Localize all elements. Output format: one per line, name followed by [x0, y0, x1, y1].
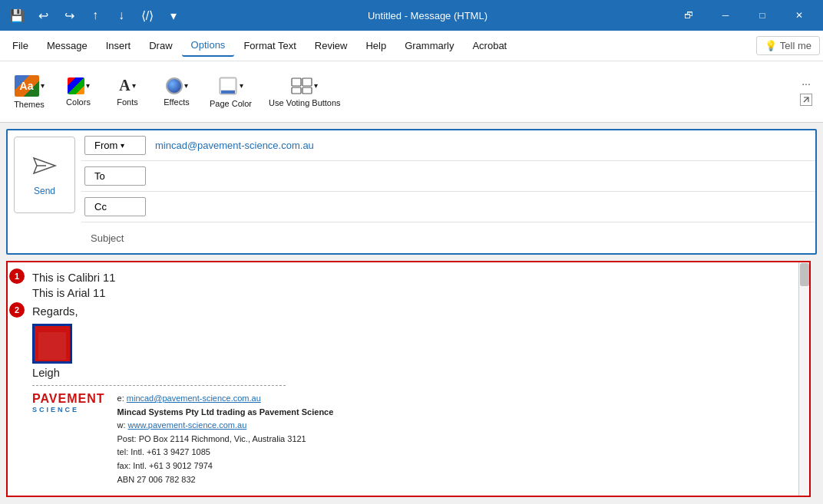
- themes-label: Themes: [14, 100, 45, 109]
- page-color-icon: [218, 76, 238, 96]
- ribbon-more-button[interactable]: ···: [795, 75, 817, 92]
- colors-button[interactable]: ▾ Colors: [55, 66, 101, 118]
- ribbon-expand-button[interactable]: [800, 94, 812, 106]
- cc-value[interactable]: [149, 204, 815, 210]
- menu-help[interactable]: Help: [356, 35, 395, 56]
- fonts-icon: A: [119, 77, 130, 94]
- signature-info: e: mincad@pavement-science.com.au Mincad…: [117, 392, 334, 486]
- logo-text-top: PAVEMENT: [32, 392, 105, 406]
- menu-message[interactable]: Message: [38, 35, 97, 56]
- menu-acrobat[interactable]: Acrobat: [463, 35, 516, 56]
- undo-icon[interactable]: ↩: [32, 5, 54, 26]
- from-dropdown-arrow[interactable]: ▾: [121, 141, 124, 150]
- cc-button[interactable]: Cc: [84, 197, 146, 216]
- body-regards: Regards,: [32, 305, 797, 318]
- dropdown-icon[interactable]: ▾: [163, 5, 184, 26]
- subject-row: Subject: [81, 222, 815, 253]
- menu-grammarly[interactable]: Grammarly: [395, 35, 463, 56]
- format-icon[interactable]: ⟨/⟩: [137, 5, 158, 26]
- tell-me-label: Tell me: [780, 40, 811, 51]
- body-line-arial: This is Arial 11: [32, 287, 797, 299]
- menu-file[interactable]: File: [3, 35, 38, 56]
- menu-review[interactable]: Review: [306, 35, 357, 56]
- to-value[interactable]: [149, 173, 815, 180]
- colors-dropdown-arrow: ▾: [86, 81, 90, 90]
- to-row: To: [81, 161, 815, 192]
- voting-buttons-button[interactable]: ▾ Use Voting Buttons: [262, 66, 348, 118]
- scroll-bar[interactable]: [798, 262, 809, 496]
- tell-me-input[interactable]: 💡 Tell me: [756, 36, 820, 55]
- sig-business-name: Mincad Systems Pty Ltd trading as Paveme…: [117, 406, 334, 420]
- fonts-icon-area: A ▾: [119, 77, 135, 94]
- colors-label: Colors: [66, 97, 91, 107]
- email-body-container: 1 2 This is Calibri 11 This is Arial 11 …: [6, 261, 817, 497]
- pagecolor-dropdown-arrow: ▾: [240, 81, 243, 90]
- sig-website-label: w:: [117, 420, 126, 430]
- window-title: Untitled - Message (HTML): [184, 10, 671, 21]
- svg-rect-5: [292, 87, 301, 94]
- scroll-thumb[interactable]: [800, 263, 809, 286]
- redo-icon[interactable]: ↪: [58, 5, 80, 26]
- email-compose-area: Send From ▾ mincad@pavement-science.com.…: [6, 129, 817, 255]
- minimize-button[interactable]: ─: [708, 0, 743, 31]
- from-button[interactable]: From ▾: [84, 136, 146, 155]
- logo-text-bottom: SCIENCE: [32, 406, 79, 413]
- voting-dropdown-arrow: ▾: [314, 81, 318, 90]
- themes-icon-area: Aa ▾: [15, 75, 45, 97]
- page-color-icon-area: ▾: [218, 76, 243, 96]
- menu-draw[interactable]: Draw: [140, 35, 181, 56]
- fonts-button[interactable]: A ▾ Fonts: [104, 66, 150, 118]
- title-bar: 💾 ↩ ↪ ↑ ↓ ⟨/⟩ ▾ Untitled - Message (HTML…: [0, 0, 823, 31]
- menu-bar: File Message Insert Draw Options Format …: [0, 31, 823, 61]
- subject-value[interactable]: [143, 235, 815, 241]
- voting-buttons-icon-area: ▾: [291, 77, 318, 95]
- from-value[interactable]: mincad@pavement-science.com.au: [149, 137, 815, 154]
- ribbon: Aa ▾ Themes ▾ Colors A ▾ Fonts ▾ Effects: [0, 61, 823, 123]
- send-button[interactable]: Send: [14, 137, 75, 213]
- page-color-button[interactable]: ▾ Page Color: [203, 66, 259, 118]
- menu-options[interactable]: Options: [182, 35, 235, 57]
- body-line-calibri: This is Calibri 11: [32, 272, 797, 284]
- maximize-button[interactable]: □: [745, 0, 780, 31]
- to-button[interactable]: To: [84, 166, 146, 186]
- sig-post: Post: PO Box 2114 Richmond, Vic., Austra…: [117, 433, 334, 446]
- page-color-label: Page Color: [210, 99, 252, 108]
- from-row: From ▾ mincad@pavement-science.com.au: [81, 130, 815, 161]
- menu-format-text[interactable]: Format Text: [234, 35, 305, 56]
- email-body-area[interactable]: This is Calibri 11 This is Arial 11 Rega…: [6, 261, 811, 497]
- email-body-content: This is Calibri 11 This is Arial 11 Rega…: [20, 262, 809, 496]
- effects-icon: [166, 77, 183, 94]
- send-label: Send: [34, 186, 55, 196]
- sig-tel: tel: Intl. +61 3 9427 1085: [117, 446, 334, 460]
- restore-down-button[interactable]: 🗗: [671, 0, 706, 31]
- close-button[interactable]: ✕: [782, 0, 817, 31]
- window-controls: 🗗 ─ □ ✕: [671, 0, 817, 31]
- save-icon[interactable]: 💾: [6, 5, 28, 26]
- pavement-science-logo: PAVEMENT SCIENCE: [32, 392, 105, 413]
- send-arrow-icon: [31, 154, 58, 177]
- step-badges: 1 2: [9, 268, 25, 318]
- effects-button[interactable]: ▾ Effects: [154, 66, 200, 118]
- expand-icon: [802, 96, 810, 104]
- themes-button[interactable]: Aa ▾ Themes: [6, 66, 52, 118]
- themes-icon: Aa: [15, 75, 39, 97]
- down-arrow-icon[interactable]: ↓: [111, 5, 132, 26]
- sig-website: w: www.pavement-science.com.au: [117, 419, 334, 433]
- svg-rect-3: [292, 78, 301, 86]
- logo-box: [32, 324, 72, 364]
- title-bar-left: 💾 ↩ ↪ ↑ ↓ ⟨/⟩ ▾: [6, 5, 184, 26]
- fonts-label: Fonts: [117, 97, 138, 107]
- colors-icon-area: ▾: [68, 77, 90, 94]
- sig-website-link[interactable]: www.pavement-science.com.au: [128, 420, 247, 430]
- step-1-badge: 1: [9, 268, 25, 284]
- effects-dropdown-arrow: ▾: [184, 81, 188, 90]
- sig-email-link[interactable]: mincad@pavement-science.com.au: [127, 394, 261, 403]
- lightbulb-icon: 💡: [765, 40, 777, 51]
- up-arrow-icon[interactable]: ↑: [84, 5, 106, 26]
- fonts-dropdown-arrow: ▾: [132, 81, 136, 90]
- voting-buttons-label: Use Voting Buttons: [269, 98, 341, 107]
- effects-label: Effects: [164, 97, 189, 107]
- menu-insert[interactable]: Insert: [97, 35, 140, 56]
- svg-line-7: [804, 97, 808, 102]
- sig-fax: fax: Intl. +61 3 9012 7974: [117, 460, 334, 473]
